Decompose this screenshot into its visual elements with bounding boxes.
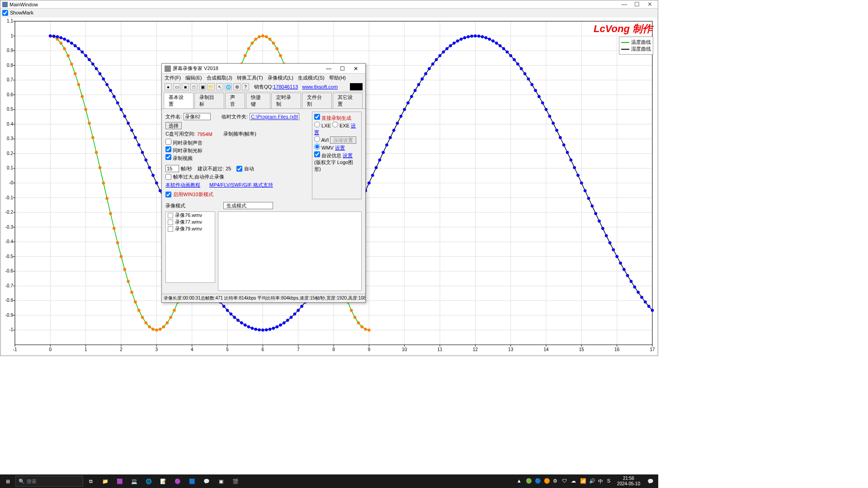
radio-avi[interactable] bbox=[314, 136, 320, 142]
svg-point-183 bbox=[258, 35, 261, 38]
record-stop-icon[interactable]: ■ bbox=[182, 83, 189, 90]
website-link[interactable]: www.tlxsoft.com bbox=[302, 84, 338, 89]
dialog-close-button[interactable]: ✕ bbox=[349, 66, 363, 72]
cb-sound[interactable] bbox=[165, 139, 171, 145]
avi-label: AVI bbox=[321, 137, 329, 143]
svg-point-385 bbox=[651, 309, 654, 312]
tray-icon[interactable]: ▲ bbox=[517, 478, 523, 484]
cb-fps-over[interactable] bbox=[165, 174, 171, 180]
menu-compose[interactable]: 合成截取(J) bbox=[207, 75, 232, 81]
tab-timer[interactable]: 定时录制 bbox=[271, 93, 301, 108]
taskbar-app-7[interactable]: 🟦 bbox=[185, 475, 199, 488]
cb-self-info[interactable] bbox=[314, 151, 320, 157]
clock-date: 2024-05-10 bbox=[617, 481, 640, 487]
menu-file[interactable]: 文件(F) bbox=[165, 75, 181, 81]
file-name-input[interactable] bbox=[184, 113, 211, 120]
taskbar-app-2[interactable]: 🟪 bbox=[113, 475, 127, 488]
svg-point-272 bbox=[251, 327, 254, 329]
folder-icon[interactable]: 📁 bbox=[208, 83, 215, 90]
tutorial-link[interactable]: 本软件动画教程 bbox=[165, 182, 200, 188]
settings-icon[interactable]: ⚙ bbox=[233, 83, 241, 90]
start-button[interactable]: ⊞ bbox=[1, 475, 14, 488]
tray-icon[interactable]: ⚙ bbox=[553, 478, 559, 484]
browse-button[interactable]: 选择 bbox=[165, 122, 182, 129]
tab-audio[interactable]: 声音 bbox=[225, 93, 245, 108]
task-view-icon[interactable]: ⧉ bbox=[84, 475, 98, 488]
tab-basic[interactable]: 基本设置 bbox=[164, 93, 193, 108]
taskbar-app-5[interactable]: 📝 bbox=[156, 475, 170, 488]
taskbar-app-9[interactable]: ▣ bbox=[214, 475, 228, 488]
svg-point-379 bbox=[630, 280, 632, 283]
gen-mode-box[interactable]: 生成模式 bbox=[223, 202, 273, 209]
svg-point-384 bbox=[647, 305, 650, 308]
format-support-link[interactable]: MP4/FLV/SWF/GIF 格式支持 bbox=[209, 182, 273, 188]
temp-folder-input[interactable] bbox=[250, 113, 299, 120]
menu-recmode[interactable]: 录像模式(L) bbox=[268, 75, 293, 81]
radio-lxe[interactable] bbox=[314, 122, 320, 127]
taskbar-search[interactable]: 🔍 搜索 bbox=[15, 476, 83, 487]
svg-point-341 bbox=[495, 42, 498, 44]
cb-cursor[interactable] bbox=[165, 146, 171, 152]
notification-icon[interactable]: 💬 bbox=[644, 475, 657, 488]
taskbar-app-8[interactable]: 💬 bbox=[200, 475, 213, 488]
svg-point-355 bbox=[545, 108, 547, 111]
dialog-maximize-button[interactable]: ☐ bbox=[335, 66, 349, 72]
tab-split[interactable]: 文件分割 bbox=[302, 93, 332, 108]
radio-wmv[interactable] bbox=[314, 144, 320, 150]
record-mode-label: 录像模式 bbox=[165, 202, 185, 209]
close-button[interactable]: ✕ bbox=[643, 1, 656, 8]
taskbar-app-6[interactable]: 🟣 bbox=[171, 475, 184, 488]
fullscreen-icon[interactable]: ▣ bbox=[199, 83, 206, 90]
settings-link-3[interactable]: 设置 bbox=[343, 153, 353, 158]
menu-help[interactable]: 帮助(H) bbox=[329, 75, 346, 81]
dialog-titlebar[interactable]: 屏幕录像专家 V2018 — ☐ ✕ bbox=[162, 64, 365, 74]
record-pause-icon[interactable]: ▭ bbox=[173, 83, 180, 90]
preview-pane bbox=[218, 211, 362, 291]
tab-other[interactable]: 其它设置 bbox=[333, 93, 363, 108]
tray-icon[interactable]: 🔵 bbox=[535, 478, 541, 484]
tray-icon[interactable]: ☁ bbox=[571, 478, 577, 484]
tray-icon[interactable]: 🔊 bbox=[589, 478, 595, 484]
taskbar-clock[interactable]: 21:56 2024-05-10 bbox=[614, 476, 643, 487]
svg-point-159 bbox=[173, 309, 176, 312]
system-tray[interactable]: ▲ 🟢 🔵 🟠 ⚙ 🛡 ☁ 📶 🔊 中 S bbox=[517, 478, 613, 484]
tray-ime[interactable]: 中 bbox=[598, 478, 604, 484]
svg-point-284 bbox=[293, 313, 296, 315]
showmark-checkbox[interactable] bbox=[2, 10, 8, 16]
cb-auto[interactable] bbox=[236, 166, 242, 172]
radio-exe[interactable] bbox=[332, 122, 338, 127]
tray-icon[interactable]: 📶 bbox=[580, 478, 586, 484]
taskbar-app-4[interactable]: 🌐 bbox=[142, 475, 156, 488]
cb-direct-gen[interactable] bbox=[314, 114, 320, 120]
menu-genmode[interactable]: 生成模式(S) bbox=[298, 75, 325, 81]
sales-qq-link[interactable]: 178046113 bbox=[273, 84, 298, 89]
tray-icon[interactable]: 🛡 bbox=[562, 478, 568, 484]
tray-icon[interactable]: 🟢 bbox=[526, 478, 532, 484]
cb-video[interactable] bbox=[165, 154, 171, 160]
freq-input[interactable] bbox=[165, 165, 179, 172]
menu-edit[interactable]: 编辑(E) bbox=[185, 75, 202, 81]
maximize-button[interactable]: ☐ bbox=[631, 1, 643, 8]
settings-link-2[interactable]: 设置 bbox=[335, 145, 345, 150]
dialog-minimize-button[interactable]: — bbox=[322, 66, 335, 72]
svg-point-382 bbox=[641, 296, 643, 299]
output-format-panel: 直接录制生成 LXE EXE 设置 AVI 压缩设置 WMV 设置 自设信息 设… bbox=[312, 112, 362, 199]
region-select-icon[interactable]: □ bbox=[190, 83, 198, 90]
help-icon[interactable]: ? bbox=[242, 83, 249, 90]
globe-icon[interactable]: 🌐 bbox=[225, 83, 232, 90]
svg-text:1: 1 bbox=[10, 33, 13, 38]
cb-win10[interactable] bbox=[165, 192, 171, 197]
taskbar-app-3[interactable]: 💻 bbox=[127, 475, 141, 488]
tray-icon[interactable]: 🟠 bbox=[544, 478, 550, 484]
tray-sogou[interactable]: S bbox=[607, 478, 613, 484]
tab-target[interactable]: 录制目标 bbox=[194, 93, 224, 108]
taskbar-app-10[interactable]: 🎬 bbox=[229, 475, 242, 488]
taskbar-app-1[interactable]: 📁 bbox=[99, 475, 112, 488]
file-list[interactable]: 录像76.wmv 录像77.wmv 录像79.wmv bbox=[165, 211, 215, 283]
minimize-button[interactable]: — bbox=[618, 1, 631, 8]
record-start-icon[interactable]: ● bbox=[165, 83, 172, 90]
tab-hotkey[interactable]: 快捷键 bbox=[246, 93, 271, 108]
cursor-icon[interactable]: ↖ bbox=[216, 83, 223, 90]
menu-convert[interactable]: 转换工具(T) bbox=[237, 75, 263, 81]
svg-text:1: 1 bbox=[85, 347, 87, 352]
